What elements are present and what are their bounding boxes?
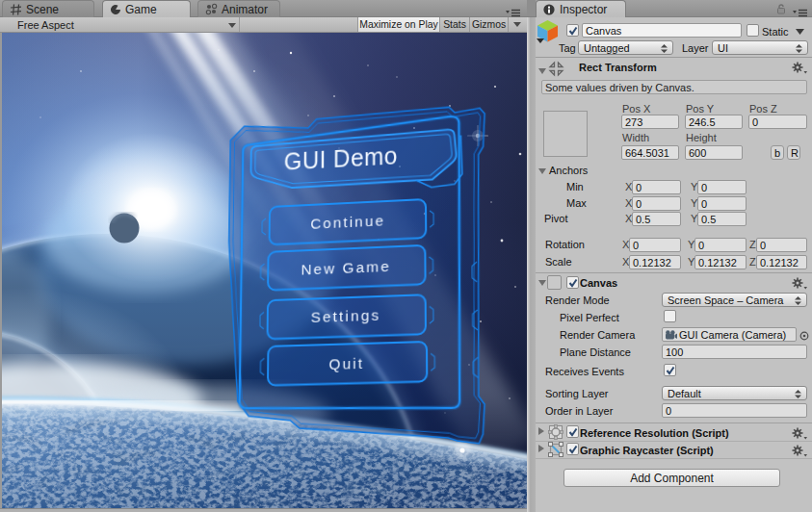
svg-text:Settings: Settings — [311, 307, 381, 326]
svg-text:New Game: New Game — [301, 258, 392, 278]
svg-text:Continue: Continue — [310, 213, 385, 233]
svg-text:Quit: Quit — [328, 354, 364, 372]
